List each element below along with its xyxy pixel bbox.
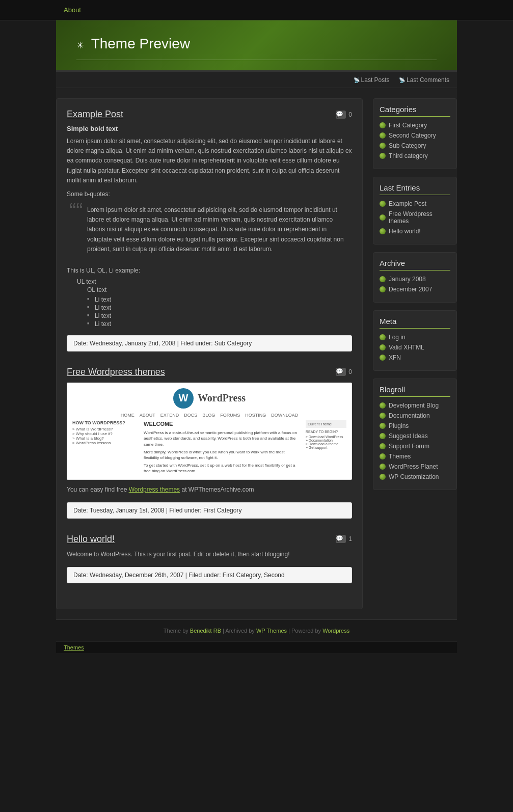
sidebar-item-docs: Documentation (380, 412, 450, 419)
themes-link[interactable]: Wordpress themes (129, 486, 180, 493)
rss-last-comments[interactable]: Last Comments (399, 76, 449, 84)
wp-nav-home: HOME (121, 413, 134, 418)
bullet-xhtml (380, 344, 386, 350)
li-item-2: Li text (95, 304, 352, 311)
site-header: Theme Preview (56, 20, 457, 72)
footer-powered-by: | Powered by (288, 628, 321, 634)
wp-link-2: » Why should I use it? (72, 431, 139, 436)
archive-section: Archive January 2008 December 2007 (373, 252, 457, 303)
wp-nav-hosting: HOSTING (245, 413, 266, 418)
post-body-after-2: at WPThemesArchive.com (180, 486, 254, 493)
bullet-entry-2 (380, 214, 386, 221)
link-archive-dec2007[interactable]: December 2007 (389, 286, 432, 293)
post-meta-3: Date: Wednesday, December 26th, 2007 | F… (67, 567, 352, 583)
post-body-3: Welcome to WordPress. This is your first… (67, 550, 352, 559)
comment-number-3: 1 (348, 535, 352, 543)
link-entry-hello[interactable]: Hello world! (389, 228, 421, 235)
comment-count-1: 💬 0 (336, 111, 352, 119)
link-plugins[interactable]: Plugins (389, 422, 409, 429)
post-title-1[interactable]: Example Post (67, 109, 123, 120)
nav-about[interactable]: About (56, 0, 89, 20)
post-header-1: Example Post 💬 0 (67, 109, 352, 120)
bullet-login (380, 334, 386, 340)
post-bold-1: Simple bold text (67, 125, 352, 132)
link-sub-category[interactable]: Sub Category (389, 142, 426, 149)
link-support[interactable]: Support Forum (389, 443, 429, 450)
wp-logo-letter: W (179, 392, 188, 404)
categories-title: Categories (380, 105, 450, 117)
rss-last-posts[interactable]: Last Posts (354, 76, 390, 84)
footer-theme-link[interactable]: Benedikt RB (190, 628, 221, 634)
sidebar-item-entry-2: Free Wordpress themes (380, 210, 450, 225)
blogroll-title: Blogroll (380, 385, 450, 397)
link-entry-wp-themes[interactable]: Free Wordpress themes (389, 210, 450, 225)
quotes-label-1: Some b-quotes: (67, 191, 352, 198)
post-body-2: You can easy find free Wordpress themes … (67, 485, 352, 495)
link-first-category[interactable]: First Category (389, 122, 427, 129)
sidebar-item-suggest: Suggest Ideas (380, 432, 450, 440)
themes-bar-link[interactable]: Themes (64, 644, 84, 651)
wp-nav-about: ABOUT (140, 413, 155, 418)
footer-wordpress-link[interactable]: Wordpress (322, 628, 349, 634)
link-docs[interactable]: Documentation (389, 412, 430, 419)
main-content-wrap: Example Post 💬 0 Simple bold text Lorem … (56, 88, 457, 619)
sidebar: Categories First Category Second Categor… (373, 98, 457, 609)
wp-nav-forums: FORUMS (220, 413, 240, 418)
sidebar-item-wpcustom: WP Customization (380, 473, 450, 480)
blockquote-1: Lorem ipsum dolor sit amet, consectetur … (67, 200, 352, 259)
link-login[interactable]: Log in (389, 334, 406, 341)
wp-desc-1: WordPress is a state-of-the-art semantic… (144, 430, 301, 447)
wp-logo-wordmark: WordPress (198, 392, 246, 404)
post-wordpress: Free Wordpress themes 💬 0 W WordPress (67, 367, 352, 519)
link-suggest[interactable]: Suggest Ideas (389, 432, 428, 440)
footer-theme-by: Theme by (164, 628, 188, 634)
site-footer: Theme by Benedikt RB | Archived by WP Th… (56, 619, 457, 641)
sidebar-item-entry-1: Example Post (380, 200, 450, 207)
link-wpplanet[interactable]: WordPress Planet (389, 463, 438, 470)
post-body-before-2: You can easy find free (67, 486, 129, 493)
last-entries-title: Last Entries (380, 183, 450, 195)
themes-bar: Themes (56, 641, 457, 653)
sidebar-item-archive-1: January 2008 (380, 276, 450, 283)
post-meta-1: Date: Wednesday, January 2nd, 2008 | Fil… (67, 335, 352, 351)
wp-link-1: » What is WordPress? (72, 427, 139, 431)
wp-sidebar: Current Theme READY TO BEGIN? » Download… (306, 420, 346, 474)
sidebar-item-xhtml: Valid XHTML (380, 344, 450, 351)
post-title-3[interactable]: Hello world! (67, 534, 115, 545)
bullet-archive-2 (380, 286, 386, 292)
sidebar-item-support: Support Forum (380, 443, 450, 450)
comment-number-2: 0 (348, 368, 352, 375)
link-xfn[interactable]: XFN (389, 354, 401, 361)
link-xhtml[interactable]: Valid XHTML (389, 344, 424, 351)
post-meta-2: Date: Tuesday, January 1st, 2008 | Filed… (67, 502, 352, 519)
footer-wp-themes-link[interactable]: WP Themes (256, 628, 287, 634)
comment-count-2: 💬 0 (336, 368, 352, 376)
link-wpcustom[interactable]: WP Customization (389, 473, 439, 480)
link-archive-jan2008[interactable]: January 2008 (389, 276, 426, 283)
sidebar-item-plugins: Plugins (380, 422, 450, 429)
post-header-2: Free Wordpress themes 💬 0 (67, 367, 352, 377)
ol-list-1: OL text (77, 286, 352, 293)
bullet-archive-1 (380, 276, 386, 282)
post-title-2[interactable]: Free Wordpress themes (67, 367, 165, 377)
wp-nav-blog: BLOG (202, 413, 215, 418)
list-label-1: This is UL, OL, Li example: (67, 267, 352, 274)
comment-bubble-icon-2: 💬 (336, 368, 346, 376)
link-third-category[interactable]: Third category (389, 152, 428, 159)
link-themes[interactable]: Themes (389, 453, 411, 460)
comment-count-3: 💬 1 (336, 535, 352, 543)
wp-sidebar-box: Current Theme (306, 420, 346, 428)
bullet-themes (380, 453, 386, 459)
link-devblog[interactable]: Development Blog (389, 402, 439, 409)
bullet-icon-3 (380, 143, 386, 149)
post-header-3: Hello world! 💬 1 (67, 534, 352, 545)
link-entry-example[interactable]: Example Post (389, 200, 426, 207)
wp-nav-download: DOWNLOAD (271, 413, 298, 418)
link-second-category[interactable]: Second Category (389, 132, 436, 139)
wp-left-col: HOW TO WORDPRESS? » What is WordPress? »… (72, 420, 139, 474)
sidebar-item-second-category: Second Category (380, 132, 450, 139)
header-nav: About (0, 0, 513, 20)
sidebar-item-first-category: First Category (380, 122, 450, 129)
wp-content-area: HOW TO WORDPRESS? » What is WordPress? »… (72, 420, 346, 474)
bullet-plugins (380, 423, 386, 429)
